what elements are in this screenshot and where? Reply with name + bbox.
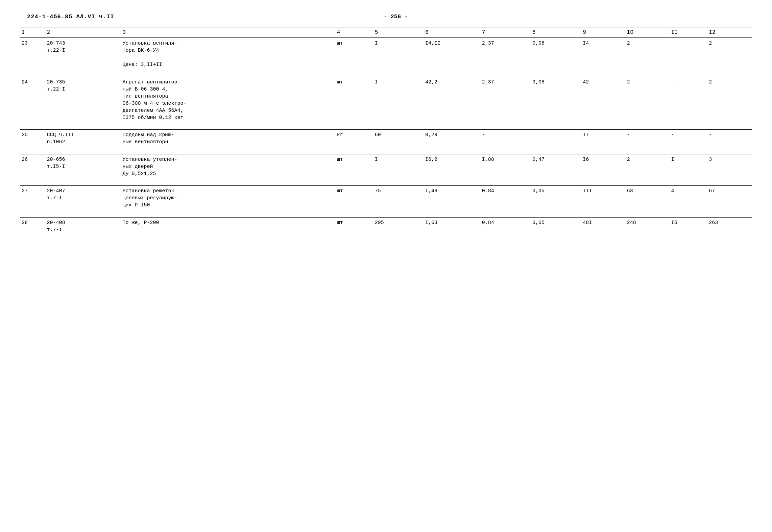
col-header-3: 3: [121, 27, 335, 38]
row-col4: шт: [336, 38, 373, 70]
row-col4: шт: [336, 154, 373, 179]
row-col4: шт: [336, 186, 373, 211]
col-header-2: 2: [46, 27, 121, 38]
row-col7: I,88: [481, 154, 531, 179]
row-col2: 20-743 т.22-I: [46, 38, 121, 70]
row-col4: шт: [336, 217, 373, 235]
row-col12: 2: [707, 38, 752, 70]
row-col4: кг: [336, 130, 373, 148]
col-header-4: 4: [336, 27, 373, 38]
col-header-6: 6: [424, 27, 481, 38]
column-headers-row: I 2 3 4 5 6 7 8 9 IO II I2: [20, 27, 752, 38]
row-id: 27: [20, 186, 46, 211]
table-row: 2320-743 т.22-IУстановка вентиля- тора В…: [20, 38, 752, 70]
row-col7: -: [481, 130, 531, 148]
row-col6: 0,29: [424, 130, 481, 148]
row-col3: Установка утеплен- ных дверей Ду 0,5х1,2…: [121, 154, 335, 179]
row-col7: 2,37: [481, 77, 531, 123]
row-col8: 0,05: [531, 186, 581, 211]
row-col5: I: [373, 38, 424, 70]
row-col8: [531, 130, 581, 148]
row-col9: 48I: [581, 217, 626, 235]
table-row: 2420-735 т.22-IАгрегат вентилятор- ный В…: [20, 77, 752, 123]
col-header-1: I: [20, 27, 46, 38]
row-col7: 0,84: [481, 186, 531, 211]
table-row: 2820-408 т.7-IТо же, Р-200шт295I,630,840…: [20, 217, 752, 235]
row-col4: шт: [336, 77, 373, 123]
row-col12: 263: [707, 217, 752, 235]
row-id: 26: [20, 154, 46, 179]
row-id: 23: [20, 38, 46, 70]
main-table: I 2 3 4 5 6 7 8 9 IO II I2 2320-743 т.22…: [20, 27, 752, 235]
row-col7: 0,84: [481, 217, 531, 235]
row-col10: 248: [626, 217, 670, 235]
col-header-12: I2: [707, 27, 752, 38]
row-id: 24: [20, 77, 46, 123]
col-header-11: II: [670, 27, 707, 38]
row-col12: -: [707, 130, 752, 148]
row-col5: 60: [373, 130, 424, 148]
header-left-text: 224-1-456.85 АЛ.VI ч.II: [27, 14, 114, 20]
row-col11: I: [670, 154, 707, 179]
row-col2: 20-408 т.7-I: [46, 217, 121, 235]
row-col3: Установка вентиля- тора ВК-6-У4 Цена: 3,…: [121, 38, 335, 70]
row-col8: 0,08: [531, 77, 581, 123]
row-col3: То же, Р-200: [121, 217, 335, 235]
row-col7: 2,37: [481, 38, 531, 70]
row-col10: 63: [626, 186, 670, 211]
col-header-10: IO: [626, 27, 670, 38]
header-center-text: - 256 -: [384, 14, 408, 20]
row-col3: Установка решеток щелевых регулирую- щих…: [121, 186, 335, 211]
row-col10: 2: [626, 38, 670, 70]
page-header: 224-1-456.85 АЛ.VI ч.II - 256 -: [20, 14, 752, 20]
main-table-wrapper: I 2 3 4 5 6 7 8 9 IO II I2 2320-743 т.22…: [20, 27, 752, 235]
row-col5: I: [373, 77, 424, 123]
row-col12: 2: [707, 77, 752, 123]
row-col6: I6,2: [424, 154, 481, 179]
row-col2: 20-735 т.22-I: [46, 77, 121, 123]
row-col6: I4,II: [424, 38, 481, 70]
row-col3: Агрегат вентилятор- ный В-06-300-4, тип …: [121, 77, 335, 123]
spacer-row: [20, 147, 752, 154]
row-col8: 0,05: [531, 217, 581, 235]
row-col8: 0,47: [531, 154, 581, 179]
row-col3: Поддоны над крыш- ные вентиляторн: [121, 130, 335, 148]
row-col11: I5: [670, 217, 707, 235]
row-col9: I6: [581, 154, 626, 179]
row-col12: 67: [707, 186, 752, 211]
row-col11: -: [670, 130, 707, 148]
row-col12: 3: [707, 154, 752, 179]
spacer-row: [20, 70, 752, 77]
row-col2: 20-407 т.7-I: [46, 186, 121, 211]
row-col2: 20-656 т.I5-I: [46, 154, 121, 179]
row-col9: III: [581, 186, 626, 211]
row-col11: [670, 38, 707, 70]
row-col6: I,48: [424, 186, 481, 211]
row-col11: -: [670, 77, 707, 123]
row-col11: 4: [670, 186, 707, 211]
row-col10: -: [626, 130, 670, 148]
col-header-7: 7: [481, 27, 531, 38]
row-col10: 2: [626, 154, 670, 179]
row-col2: ССЦ ч.III п.1062: [46, 130, 121, 148]
row-col5: 75: [373, 186, 424, 211]
row-col6: I,63: [424, 217, 481, 235]
row-col9: I7: [581, 130, 626, 148]
spacer-row: [20, 179, 752, 186]
row-col5: 295: [373, 217, 424, 235]
col-header-8: 8: [531, 27, 581, 38]
row-id: 25: [20, 130, 46, 148]
row-col6: 42,2: [424, 77, 481, 123]
col-header-5: 5: [373, 27, 424, 38]
spacer-row: [20, 210, 752, 217]
table-row: 2620-656 т.I5-IУстановка утеплен- ных дв…: [20, 154, 752, 179]
row-col10: 2: [626, 77, 670, 123]
row-col5: I: [373, 154, 424, 179]
row-col8: 0,08: [531, 38, 581, 70]
row-col9: 42: [581, 77, 626, 123]
table-row: 2720-407 т.7-IУстановка решеток щелевых …: [20, 186, 752, 211]
col-header-9: 9: [581, 27, 626, 38]
row-id: 28: [20, 217, 46, 235]
table-row: 25ССЦ ч.III п.1062Поддоны над крыш- ные …: [20, 130, 752, 148]
row-col9: I4: [581, 38, 626, 70]
